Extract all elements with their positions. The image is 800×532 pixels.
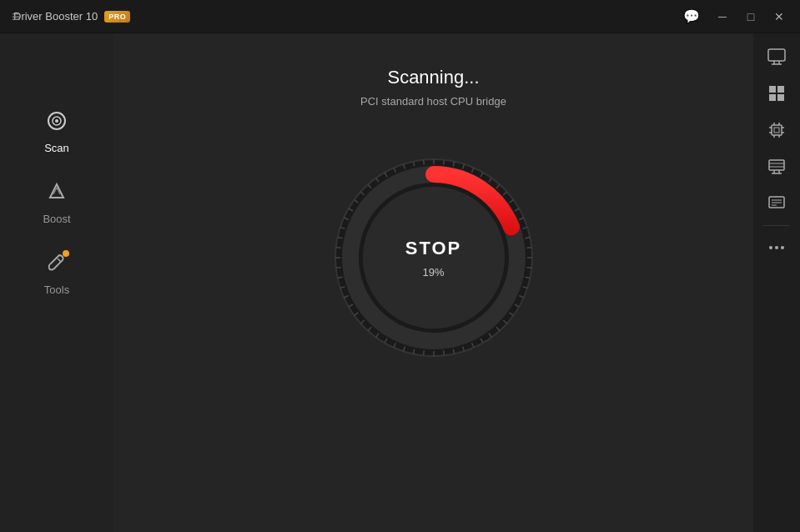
app-title: Driver Booster 10	[13, 10, 98, 23]
svg-line-49	[335, 268, 340, 269]
minimize-button[interactable]: ─	[710, 5, 735, 28]
title-bar-left: Driver Booster 10 PRO	[13, 10, 130, 23]
right-panel-divider	[763, 225, 790, 226]
svg-point-96	[769, 246, 772, 249]
svg-rect-86	[769, 160, 784, 170]
title-bar: Driver Booster 10 PRO 💬 ─ □ ✕	[0, 0, 800, 33]
tools-icon-wrapper	[46, 252, 68, 279]
progress-circle-container: /* ticks drawn in JS below */	[325, 149, 542, 366]
svg-rect-77	[774, 128, 779, 133]
right-panel-display1-btn[interactable]	[758, 150, 795, 183]
maximize-button[interactable]: □	[738, 5, 763, 28]
main-layout: ≡ Scan	[0, 33, 800, 532]
percent-label: 19%	[422, 266, 444, 279]
svg-rect-72	[769, 86, 776, 93]
title-bar-controls: 💬 ─ □ ✕	[683, 5, 792, 28]
svg-point-2	[55, 119, 58, 123]
sidebar-boost-label: Boost	[43, 213, 70, 225]
svg-line-19	[526, 248, 531, 248]
stop-label: STOP	[405, 238, 462, 259]
scanning-subtitle: PCI standard host CPU bridge	[360, 95, 506, 108]
sidebar-item-boost[interactable]: Boost	[0, 171, 113, 235]
right-panel	[753, 33, 800, 532]
sidebar-item-scan[interactable]: Scan	[0, 100, 113, 164]
right-panel-monitor-btn[interactable]	[758, 40, 795, 73]
boost-icon-wrapper	[46, 181, 68, 208]
svg-rect-74	[769, 94, 776, 101]
svg-point-98	[781, 246, 784, 249]
svg-line-64	[423, 160, 424, 165]
chat-icon[interactable]: 💬	[683, 8, 700, 24]
svg-point-97	[775, 246, 778, 249]
right-panel-more-btn[interactable]	[758, 231, 795, 264]
right-panel-display2-btn[interactable]	[758, 187, 795, 220]
scan-icon	[46, 113, 68, 136]
right-panel-windows-btn[interactable]	[758, 77, 795, 110]
svg-line-51	[335, 248, 340, 248]
svg-line-3	[58, 258, 61, 262]
tools-icon	[46, 255, 68, 278]
svg-line-6	[443, 160, 444, 165]
svg-rect-76	[772, 125, 782, 135]
pro-badge: PRO	[104, 11, 130, 23]
main-content: Scanning... PCI standard host CPU bridge…	[113, 33, 753, 532]
svg-line-34	[443, 350, 444, 355]
svg-rect-68	[768, 49, 785, 61]
right-panel-chip-btn[interactable]	[758, 113, 795, 147]
close-button[interactable]: ✕	[767, 5, 792, 28]
sidebar-tools-label: Tools	[44, 284, 69, 296]
svg-rect-75	[777, 94, 784, 101]
tools-badge-dot	[63, 250, 69, 257]
sidebar-item-tools[interactable]: Tools	[0, 242, 113, 306]
scan-icon-wrapper	[46, 110, 68, 137]
stop-button[interactable]: STOP 19%	[363, 187, 505, 329]
sidebar-scan-label: Scan	[44, 142, 69, 154]
svg-line-36	[423, 350, 424, 355]
svg-line-21	[526, 268, 531, 269]
svg-rect-73	[777, 86, 784, 93]
boost-icon	[46, 184, 68, 207]
scanning-title: Scanning...	[387, 67, 479, 88]
sidebar: ≡ Scan	[0, 33, 113, 532]
